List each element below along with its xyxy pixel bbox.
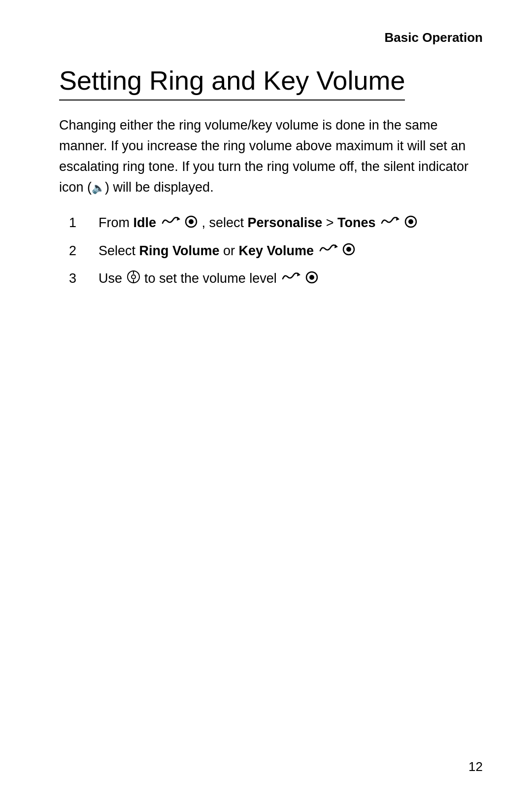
nav-icon-3 (281, 269, 300, 290)
intro-paragraph: Changing either the ring volume/key volu… (59, 115, 483, 198)
nav-icon-1b (380, 213, 399, 234)
step-2-ring-volume-label: Ring Volume (139, 243, 220, 258)
scroll-wheel-icon (127, 269, 140, 290)
step-2-number: 2 (69, 240, 99, 262)
step-2: 2 Select Ring Volume or Key Volume (69, 240, 483, 262)
svg-marker-13 (297, 272, 300, 276)
step-2-key-volume-label: Key Volume (239, 243, 314, 258)
step-1-idle-label: Idle (133, 215, 157, 230)
step-3-content: Use to set the volume level (99, 268, 483, 290)
page-container: Basic Operation Setting Ring and Key Vol… (0, 0, 532, 804)
steps-list: 1 From Idle , select Person (69, 212, 483, 290)
step-1-content: From Idle , select Personalise > Tones (99, 212, 483, 234)
svg-point-10 (132, 275, 135, 279)
step-3-number: 3 (69, 268, 99, 289)
center-btn-icon-3 (305, 269, 318, 290)
page-number: 12 (468, 759, 483, 774)
center-btn-icon-1b (404, 213, 417, 234)
svg-point-5 (408, 219, 413, 224)
header-title: Basic Operation (385, 30, 483, 45)
center-btn-icon-2 (342, 241, 355, 262)
step-1-number: 1 (69, 212, 99, 234)
nav-icon-2 (318, 241, 338, 262)
step-1-personalise-label: Personalise (248, 215, 323, 230)
svg-marker-0 (177, 217, 180, 221)
svg-point-8 (346, 247, 351, 252)
step-1-tones-label: Tones (337, 215, 376, 230)
step-2-content: Select Ring Volume or Key Volume (99, 240, 483, 262)
silent-indicator-icon: 🔈 (92, 182, 105, 194)
svg-marker-6 (334, 244, 338, 248)
svg-point-15 (309, 275, 314, 280)
header-section: Basic Operation (59, 30, 483, 45)
svg-marker-3 (396, 217, 399, 221)
page-title: Setting Ring and Key Volume (59, 65, 405, 100)
svg-point-2 (189, 219, 194, 224)
center-btn-icon-1a (185, 213, 198, 234)
step-3: 3 Use to set the volume level (69, 268, 483, 290)
nav-icon-1a (161, 213, 180, 234)
step-1: 1 From Idle , select Person (69, 212, 483, 234)
